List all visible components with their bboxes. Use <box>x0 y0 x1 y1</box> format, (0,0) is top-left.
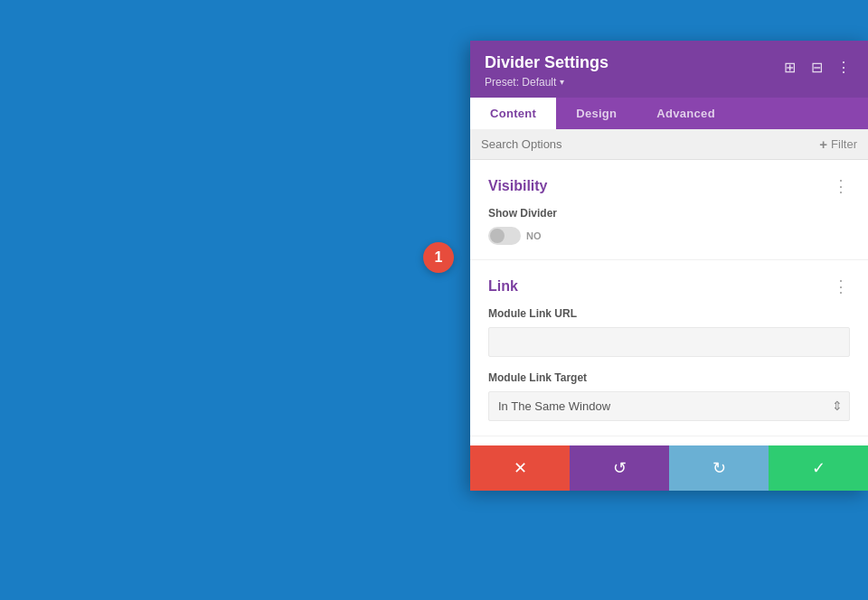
visibility-section-title: Visibility <box>488 178 548 194</box>
preset-arrow-icon: ▾ <box>560 77 564 87</box>
module-link-url-label: Module Link URL <box>488 307 850 320</box>
redo-icon: ↻ <box>712 458 726 478</box>
preset-label: Preset: Default <box>485 76 556 89</box>
save-icon: ✓ <box>812 458 826 478</box>
tab-advanced[interactable]: Advanced <box>637 98 735 129</box>
cancel-button[interactable]: ✕ <box>470 445 570 491</box>
panel-header-left: Divider Settings Preset: Default ▾ <box>485 53 609 89</box>
panel-preset[interactable]: Preset: Default ▾ <box>485 76 609 89</box>
link-section-title: Link <box>488 278 518 295</box>
filter-plus-icon: + <box>819 136 827 152</box>
panel-header: Divider Settings Preset: Default ▾ ⊞ ⊟ ⋮ <box>470 41 868 98</box>
link-section-header: Link ⋮ <box>488 278 850 295</box>
panel-title: Divider Settings <box>485 53 609 73</box>
show-divider-label: Show Divider <box>488 207 850 220</box>
visibility-section: Visibility ⋮ Show Divider NO <box>470 160 868 260</box>
module-link-target-field: Module Link Target In The Same Window In… <box>488 371 850 421</box>
search-bar: + Filter <box>470 129 868 160</box>
expand-icon[interactable]: ⊞ <box>779 57 799 77</box>
module-link-target-select-wrapper: In The Same Window In The New Tab ⇕ <box>488 391 850 421</box>
cancel-icon: ✕ <box>514 458 527 478</box>
link-section: Link ⋮ Module Link URL Module Link Targe… <box>470 260 868 436</box>
undo-button[interactable]: ↺ <box>570 445 669 491</box>
toggle-state-label: NO <box>526 230 542 241</box>
filter-button[interactable]: + Filter <box>819 136 857 152</box>
panel-tabs: Content Design Advanced <box>470 98 868 129</box>
module-link-url-field: Module Link URL <box>488 307 850 357</box>
redo-button[interactable]: ↻ <box>669 445 769 491</box>
toggle-knob <box>490 229 505 243</box>
more-options-icon[interactable]: ⋮ <box>834 57 854 77</box>
step-badge: 1 <box>423 242 454 273</box>
undo-icon: ↺ <box>613 458 627 478</box>
columns-icon[interactable]: ⊟ <box>807 57 826 77</box>
panel-body: Visibility ⋮ Show Divider NO Link ⋮ Modu… <box>470 160 868 445</box>
filter-label: Filter <box>831 137 857 151</box>
module-link-target-select[interactable]: In The Same Window In The New Tab <box>488 391 850 421</box>
save-button[interactable]: ✓ <box>769 445 868 491</box>
link-menu-icon[interactable]: ⋮ <box>833 278 850 295</box>
panel-header-icons: ⊞ ⊟ ⋮ <box>779 57 854 77</box>
show-divider-toggle-row: NO <box>488 227 850 245</box>
visibility-section-header: Visibility ⋮ <box>488 178 850 194</box>
visibility-menu-icon[interactable]: ⋮ <box>833 178 850 194</box>
module-link-url-input[interactable] <box>488 327 850 357</box>
tab-content[interactable]: Content <box>470 98 556 129</box>
settings-panel: Divider Settings Preset: Default ▾ ⊞ ⊟ ⋮… <box>470 41 868 491</box>
panel-toolbar: ✕ ↺ ↻ ✓ <box>470 445 868 491</box>
badge-value: 1 <box>435 249 443 266</box>
module-link-target-label: Module Link Target <box>488 371 850 384</box>
show-divider-toggle[interactable] <box>488 227 521 245</box>
tab-design[interactable]: Design <box>556 98 637 129</box>
search-input[interactable] <box>481 137 819 151</box>
